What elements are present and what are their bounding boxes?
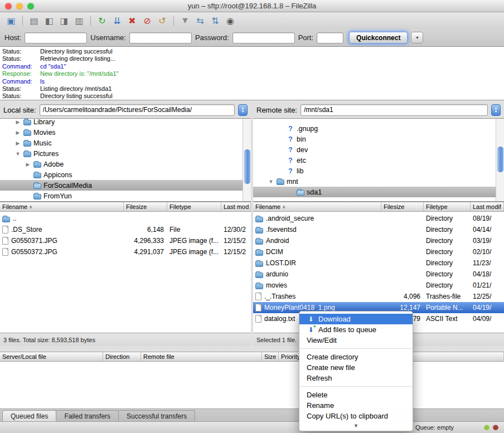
local-file-row[interactable]: G0550372.JPG4,291,037JPEG image (f...12/… [0, 246, 251, 257]
queue-column-header-server-local-file[interactable]: Server/Local file [0, 352, 103, 361]
remote-tree-item[interactable]: ?etc [253, 155, 496, 166]
sync-browsing-icon[interactable]: ⇅ [209, 14, 222, 27]
queue-column-header-remote-file[interactable]: Remote file [141, 352, 262, 361]
toggle-local-tree-icon[interactable]: ◧ [42, 14, 56, 27]
menu-item-create-directory[interactable]: Create directory [299, 352, 413, 362]
menu-item-add-files-to-queue[interactable]: ⬇+Add files to queue [299, 324, 413, 335]
toggle-queue-icon[interactable]: ▥ [72, 14, 86, 27]
column-header-last-mod[interactable]: Last mod [221, 202, 251, 211]
menu-scroll-down-icon[interactable]: ▼ [299, 421, 413, 429]
remote-tree-item[interactable]: ?bin [253, 134, 496, 144]
remote-file-row[interactable]: .android_secureDirectory08/19/ [253, 213, 504, 224]
local-tree-item[interactable]: ▶Music [0, 138, 243, 148]
local-file-row[interactable]: .DS_Store6,148File12/30/2 [0, 224, 251, 235]
disclosure-closed-icon[interactable]: ▶ [14, 130, 21, 135]
log-message: ls [40, 78, 45, 85]
local-file-row[interactable]: .. [0, 213, 251, 224]
remote-tree-item[interactable]: ?dev [253, 144, 496, 155]
site-manager-icon[interactable]: ▣ [4, 14, 18, 27]
menu-item-copy-url-s-to-clipboard[interactable]: Copy URL(s) to clipboard [299, 411, 413, 421]
log-message: Directory listing successful [40, 48, 113, 55]
menu-item-rename[interactable]: Rename [299, 400, 413, 411]
remote-file-row[interactable]: .fseventsdDirectory04/14/ [253, 224, 504, 235]
menu-item-refresh[interactable]: Refresh [299, 373, 413, 383]
filter-icon[interactable]: ▼ [178, 14, 192, 27]
file-size-cell: 6,148 [124, 224, 167, 235]
host-input[interactable] [25, 32, 87, 43]
column-header-filesize[interactable]: Filesize [381, 202, 424, 211]
toggle-log-icon[interactable]: ▤ [27, 14, 41, 27]
column-header-filesize[interactable]: Filesize [124, 202, 167, 211]
file-size-cell: 4,096 [381, 291, 424, 302]
queue-column-header-size[interactable]: Size [262, 352, 279, 361]
column-header-filename[interactable]: Filename∧ [0, 202, 124, 211]
local-tree-item[interactable]: ForSocailMedia [0, 180, 243, 191]
local-tree-item[interactable]: ▶Adobe [0, 159, 243, 169]
local-tree-item[interactable]: Appicons [0, 169, 243, 180]
username-input[interactable] [129, 32, 192, 43]
remote-tree-item[interactable]: ?lib [253, 166, 496, 176]
password-input[interactable] [232, 32, 295, 43]
quickconnect-button[interactable]: Quickconnect [349, 32, 408, 43]
menu-item-download[interactable]: ⬇Download [299, 314, 413, 324]
remote-file-row[interactable]: moviesDirectory01/21/ [253, 280, 504, 291]
compare-icon[interactable]: ⇆ [193, 14, 207, 27]
process-queue-icon[interactable]: ⇊ [110, 14, 124, 27]
folder-icon [23, 152, 31, 157]
quickconnect-dropdown[interactable]: ▼ [411, 32, 423, 43]
remote-tree-item[interactable]: ?.gnupg [253, 123, 496, 134]
tab-successful-transfers[interactable]: Successful transfers [118, 410, 195, 421]
disclosure-closed-icon[interactable]: ▶ [14, 140, 21, 146]
plus-badge-icon: + [313, 324, 316, 329]
menu-item-view-edit[interactable]: View/Edit [299, 335, 413, 346]
disclosure-closed-icon[interactable]: ▶ [25, 162, 31, 167]
qmark-icon: ? [287, 125, 294, 133]
local-tree-scrollbar[interactable] [243, 119, 251, 201]
local-file-row[interactable]: G0550371.JPG4,296,333JPEG image (f...12/… [0, 235, 251, 246]
disclosure-open-icon[interactable]: ▼ [14, 151, 21, 157]
remote-file-row[interactable]: DCIMDirectory02/10/ [253, 246, 504, 257]
column-header-filetype[interactable]: Filetype [424, 202, 471, 211]
local-site-input[interactable] [40, 104, 235, 116]
cancel-icon[interactable]: ✖ [125, 14, 139, 27]
local-tree-item[interactable]: ▶Library [0, 118, 243, 127]
remote-site-dropdown[interactable]: ▲ ▼ [491, 104, 501, 116]
remote-site-input[interactable] [301, 104, 488, 116]
disconnect-icon[interactable]: ⊘ [140, 14, 154, 27]
remote-file-row[interactable]: LOST.DIRDirectory11/23/ [253, 257, 504, 269]
remote-file-row[interactable]: ._.Trashes4,096Trashes-file12/25/ [253, 291, 504, 302]
menu-item-create-new-file[interactable]: Create new file [299, 362, 413, 373]
tab-failed-transfers[interactable]: Failed transfers [56, 410, 119, 421]
scrollbar-thumb[interactable] [497, 147, 503, 172]
close-button[interactable] [5, 3, 12, 9]
column-header-label: Filetype [169, 203, 191, 210]
local-tree-item[interactable]: ▶Movies [0, 127, 243, 138]
folder-open-icon [297, 190, 304, 196]
menu-item-delete[interactable]: Delete [299, 390, 413, 400]
column-header-filename[interactable]: Filename∧ [253, 202, 381, 211]
remote-file-row[interactable]: ardunioDirectory04/18/ [253, 269, 504, 280]
minimize-button[interactable] [16, 3, 23, 9]
refresh-icon[interactable]: ↻ [95, 14, 109, 27]
local-site-dropdown[interactable]: ▲ ▼ [238, 104, 248, 116]
disclosure-open-icon[interactable]: ▼ [268, 179, 274, 184]
find-icon[interactable]: ◉ [224, 14, 237, 27]
toggle-remote-tree-icon[interactable]: ◨ [57, 14, 71, 27]
local-tree-item[interactable]: FromYun [0, 191, 243, 201]
remote-tree-item[interactable]: ▼mnt [253, 176, 496, 187]
remote-tree-scrollbar[interactable] [496, 119, 504, 201]
disclosure-closed-icon[interactable]: ▶ [14, 119, 21, 125]
file-name-cell: G0550371.JPG [0, 235, 124, 246]
zoom-button[interactable] [27, 3, 34, 9]
remote-file-row[interactable]: AndroidDirectory03/19/ [253, 235, 504, 246]
local-tree-item[interactable]: ▼Pictures [0, 148, 243, 159]
queue-column-header-direction[interactable]: Direction [103, 352, 141, 361]
column-header-filetype[interactable]: Filetype [167, 202, 221, 211]
scrollbar-thumb[interactable] [244, 149, 250, 184]
column-header-last-modif[interactable]: Last modif [471, 202, 504, 211]
port-input[interactable] [317, 32, 343, 43]
reconnect-icon[interactable]: ↺ [156, 14, 169, 27]
tab-queued-files[interactable]: Queued files [2, 410, 56, 421]
remote-tree-item[interactable]: sda1 [253, 187, 496, 197]
file-name-cell: Android [253, 235, 381, 246]
